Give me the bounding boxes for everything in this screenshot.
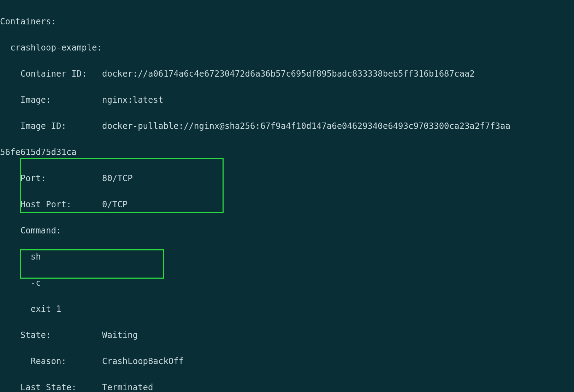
line-command-header: Command: xyxy=(0,224,574,237)
line-last-state: Last State: Terminated xyxy=(0,381,574,392)
line-host-port: Host Port: 0/TCP xyxy=(0,198,574,211)
line-cmd-c: -c xyxy=(0,277,574,290)
line-state-reason: Reason: CrashLoopBackOff xyxy=(0,355,574,368)
line-cmd-sh: sh xyxy=(0,250,574,263)
line-port: Port: 80/TCP xyxy=(0,172,574,185)
line-image-id-wrap: 56fe615d75d31ca xyxy=(0,146,574,159)
line-image: Image: nginx:latest xyxy=(0,94,574,107)
line-container-name: crashloop-example: xyxy=(0,41,574,54)
line-image-id: Image ID: docker-pullable://nginx@sha256… xyxy=(0,120,574,133)
line-cmd-exit: exit 1 xyxy=(0,303,574,316)
line-state: State: Waiting xyxy=(0,329,574,342)
line-container-id: Container ID: docker://a06174a6c4e672304… xyxy=(0,67,574,81)
line-containers-header: Containers: xyxy=(0,15,574,28)
terminal-output: Containers: crashloop-example: Container… xyxy=(0,0,574,392)
